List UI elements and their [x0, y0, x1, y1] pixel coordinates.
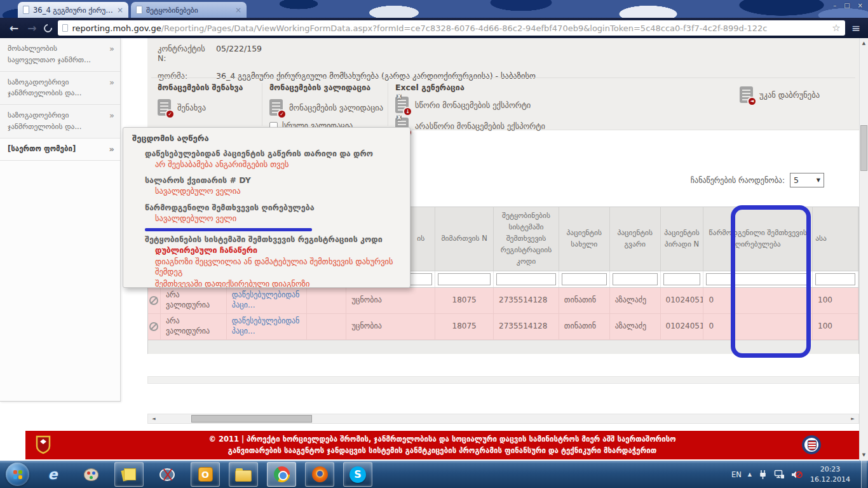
tooltip-field-label: დაწესებულებიდან პაციენტის გაწერის თარიღი… — [145, 149, 401, 158]
network-icon[interactable] — [774, 470, 785, 479]
tab-close-icon[interactable]: × — [117, 6, 123, 14]
sidebar-item-label: მოსახლეობის საყოველთაო ჯანმრთ... — [8, 44, 91, 64]
validation-button[interactable]: ✓ მონაცემების ვალიდაცია — [269, 99, 385, 116]
filter-input[interactable] — [438, 273, 491, 285]
validation-button-label: მონაცემების ვალიდაცია — [289, 103, 383, 112]
vertical-scrollbar-thumb[interactable] — [860, 125, 867, 171]
filter-cell — [813, 271, 858, 287]
url-text: reporting.moh.gov.ge/Reporting/Pages/Dat… — [72, 24, 829, 33]
system-tray: EN ▲ 20:23 16.12.2014 — [731, 461, 868, 488]
export-invalid-button[interactable]: X! არასწორი მონაცემების ექსპორტი — [395, 118, 567, 134]
sidebar-item-common-forms[interactable]: [საერთო ფომები] » — [0, 139, 120, 161]
error-link-cell: დაწესებულებიდან პაცი... — [227, 314, 307, 339]
group-divider — [388, 83, 388, 126]
save-button[interactable]: ✓ შენახვა — [158, 99, 259, 116]
power-plug-icon[interactable] — [758, 470, 768, 480]
filter-input[interactable] — [562, 273, 607, 285]
taskbar-item-outlook[interactable]: O — [191, 462, 220, 487]
horizontal-scrollbar[interactable]: ◄ ► — [147, 414, 859, 424]
window-minimize-icon[interactable]: – — [833, 2, 836, 9]
show-hidden-icons[interactable]: ▲ — [748, 471, 752, 477]
filter-input[interactable] — [706, 273, 810, 285]
personal-n-cell: 01024051634 — [661, 288, 704, 313]
validity-cell: არა ვალიდურია — [161, 314, 227, 339]
forward-nav-icon[interactable]: → — [27, 23, 36, 34]
back-nav-icon[interactable]: ← — [10, 23, 18, 34]
reload-icon[interactable] — [42, 22, 53, 34]
taskbar-item-skype[interactable]: S — [343, 462, 372, 487]
language-indicator[interactable]: EN — [731, 470, 742, 479]
last-name-cell: აზალაძე — [610, 314, 661, 339]
scroll-down-icon[interactable]: ▼ — [860, 451, 868, 460]
tab-close-icon[interactable]: × — [235, 6, 241, 14]
table-cell: უცნობია — [346, 288, 435, 313]
firefox-icon — [312, 466, 328, 482]
tooltip-field-label: წარმოდგენილი შემთხვევის ღირებულება — [145, 203, 401, 212]
footer-line-1: © 2011 | პროექტი ხორციელდება შრომის, ჯან… — [208, 434, 675, 445]
referral-n-cell: 18075 — [435, 314, 494, 339]
grid-footer-strip — [148, 340, 858, 354]
taskbar-item-snipping-tool[interactable] — [153, 462, 182, 487]
scroll-left-icon[interactable]: ◄ — [149, 414, 158, 423]
window-maximize-icon[interactable]: □ — [844, 2, 850, 9]
volume-muted-icon[interactable] — [791, 470, 803, 480]
scroll-up-icon[interactable]: ▲ — [860, 39, 868, 48]
sidebar-item-universal-health[interactable]: მოსახლეობის საყოველთაო ჯანმრთ... » — [0, 38, 120, 72]
skype-icon: S — [349, 466, 366, 483]
tooltip-title: შეცდომის აღწერა — [132, 133, 401, 143]
page-size-value: 5 — [794, 175, 799, 185]
validity-cell: არა ვალიდურია — [161, 288, 227, 313]
taskbar-item-chrome[interactable] — [267, 462, 296, 487]
taskbar-clock[interactable]: 20:23 16.12.2014 — [810, 464, 850, 484]
taskbar-item-paint[interactable] — [76, 462, 105, 487]
georgia-coat-of-arms-icon — [36, 435, 51, 457]
table-cell — [307, 314, 347, 339]
table-row[interactable]: არა ვალიდურია დაწესებულებიდან პაცი... უც… — [148, 288, 858, 314]
browser-tab-active[interactable]: 36_4 გეგმიური ქირურგი × — [18, 2, 128, 18]
filter-cell — [703, 271, 813, 287]
start-button[interactable] — [6, 463, 29, 486]
excel-mark: X — [397, 94, 402, 100]
window-close-icon[interactable]: × — [858, 2, 863, 9]
browser-menu-icon[interactable]: ≡ — [851, 22, 860, 34]
filter-input[interactable] — [815, 273, 855, 285]
page-favicon — [136, 6, 142, 14]
column-header-registration-code: შეტყობინების სისტემაში შემთხვევის რეგისტ… — [494, 207, 559, 271]
first-name-cell: თინათინ — [559, 314, 610, 339]
not-valid-icon — [149, 296, 158, 305]
error-details-link[interactable]: დაწესებულებიდან პაცი... — [232, 316, 301, 336]
filter-input[interactable] — [663, 273, 701, 285]
show-desktop-button[interactable] — [861, 461, 867, 488]
sidebar-item-label: [საერთო ფომები] — [8, 144, 76, 153]
taskbar-item-firefox[interactable] — [305, 462, 334, 487]
form-header-panel: კონტრაქტის N: 05/222/159 ფორმა: 36_4 გეგ… — [147, 38, 859, 130]
url-bar[interactable]: reporting.moh.gov.ge/Reporting/Pages/Dat… — [58, 20, 845, 36]
horizontal-scrollbar-thumb[interactable] — [191, 415, 312, 423]
chevron-down-icon: ▼ — [817, 177, 820, 183]
first-name-cell: თინათინ — [559, 288, 610, 313]
export-valid-button[interactable]: X↓ სწორი მონაცემების ექსპორტი — [395, 97, 567, 113]
filter-cell — [610, 271, 661, 287]
tooltip-error-text-strong: დუბლირებული ჩანაწერი — [155, 245, 401, 255]
sidebar-item-public-health-2[interactable]: საზოგადოებრივი ჯანმრთელობის და... » — [0, 105, 120, 139]
tooltip-error-text: დიაგნოზი შეცვლილია ან დამატებულია შემთხვ… — [155, 257, 401, 278]
back-button[interactable]: ◄ უკან დაბრუნება — [740, 86, 820, 103]
contract-row: კონტრაქტის N: 05/222/159 — [147, 38, 859, 63]
usaid-seal-icon — [802, 435, 821, 454]
filter-input[interactable] — [496, 273, 556, 285]
taskbar-item-sticky-notes[interactable] — [114, 462, 144, 487]
taskbar-item-explorer[interactable] — [229, 462, 258, 487]
back-document-icon: ◄ — [740, 86, 753, 103]
sidebar-item-public-health-1[interactable]: საზოგადოებრივი ჯანმრთელობის და... » — [0, 72, 120, 105]
page-size-select[interactable]: 5 ▼ — [790, 173, 824, 187]
scroll-right-icon[interactable]: ► — [848, 414, 857, 423]
filter-input[interactable] — [613, 273, 658, 285]
browser-tab-messages[interactable]: შეტყობინებები × — [131, 2, 247, 18]
validation-document-icon: ✓ — [269, 99, 283, 116]
table-row[interactable]: არა ვალიდურია დაწესებულებიდან პაცი... უც… — [148, 314, 858, 340]
vertical-scrollbar[interactable]: ▲ ▼ — [859, 38, 868, 461]
bookmark-star-icon[interactable]: ☆ — [832, 22, 840, 34]
tooltip-error-text: სავალდებულო ველია — [155, 186, 401, 196]
error-details-link[interactable]: დაწესებულებიდან პაცი... — [232, 290, 301, 310]
taskbar-item-internet-explorer[interactable]: e — [38, 462, 67, 487]
